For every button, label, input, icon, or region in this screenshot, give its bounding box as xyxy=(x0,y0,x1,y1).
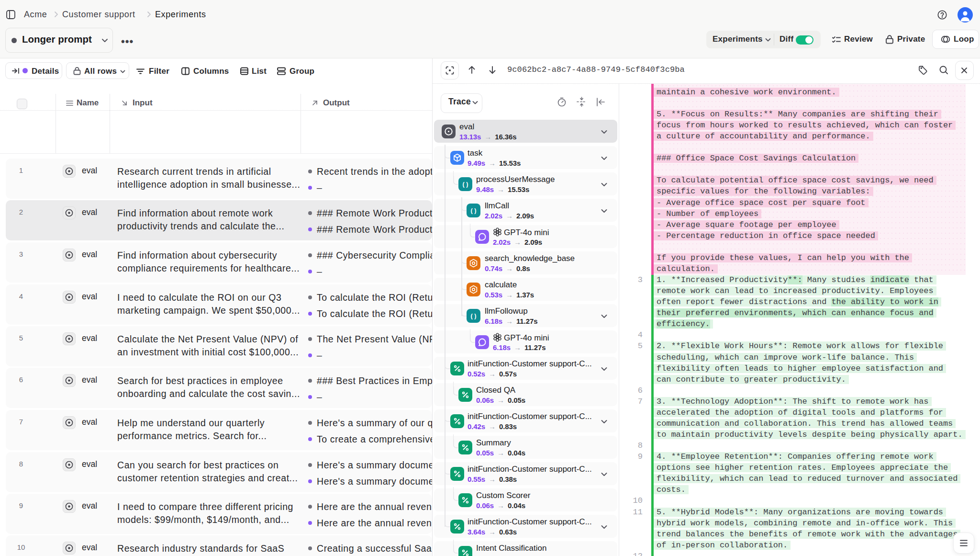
svg-text:( ): ( ) xyxy=(471,313,477,319)
svg-text:( ): ( ) xyxy=(463,181,468,188)
svg-text:( ): ( ) xyxy=(471,207,477,214)
